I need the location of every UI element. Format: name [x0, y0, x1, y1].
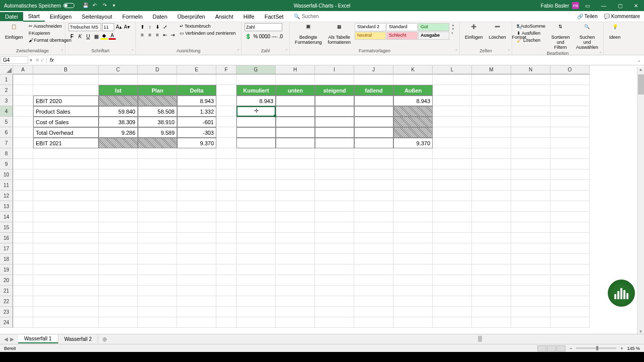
cell-D24[interactable] — [138, 317, 177, 328]
cell-M5[interactable] — [472, 117, 511, 127]
cell-B8[interactable] — [33, 148, 99, 159]
cell-G7[interactable] — [236, 138, 276, 148]
cell-M9[interactable] — [472, 159, 511, 169]
cell-F12[interactable] — [216, 191, 236, 201]
cell-H10[interactable] — [276, 169, 315, 180]
cell-G3[interactable]: 8.943 — [236, 96, 276, 106]
cell-N21[interactable] — [511, 286, 550, 296]
cell-J24[interactable] — [354, 317, 393, 328]
undo-icon[interactable]: ↶ — [93, 3, 99, 9]
cell-M14[interactable] — [472, 212, 511, 222]
cell-K8[interactable] — [393, 148, 433, 159]
cell-styles-gallery[interactable]: Standard 2 Standard Gut Neutral Schlecht… — [355, 23, 449, 40]
cell-H7[interactable] — [276, 138, 315, 148]
cell-D3[interactable] — [138, 96, 177, 106]
cell-K20[interactable] — [393, 275, 433, 286]
cell-K6[interactable] — [393, 127, 433, 138]
cell-L18[interactable] — [433, 254, 472, 264]
row-header-19[interactable]: 19 — [0, 264, 13, 275]
col-header-N[interactable]: N — [511, 65, 550, 74]
formula-input[interactable] — [57, 55, 634, 65]
cell-D22[interactable] — [138, 296, 177, 307]
cell-O23[interactable] — [550, 307, 590, 317]
cell-K13[interactable] — [393, 201, 433, 212]
cell-F1[interactable] — [216, 74, 236, 85]
cell-N8[interactable] — [511, 148, 550, 159]
col-header-G[interactable]: G — [236, 65, 276, 74]
cell-O9[interactable] — [550, 159, 590, 169]
border-button[interactable]: ▦ — [93, 33, 100, 40]
cell-N12[interactable] — [511, 191, 550, 201]
indent-less-icon[interactable]: ⇤ — [162, 31, 169, 38]
cell-E19[interactable] — [177, 264, 216, 275]
cell-I16[interactable] — [315, 233, 354, 243]
cell-F15[interactable] — [216, 222, 236, 233]
cell-F4[interactable] — [216, 106, 236, 117]
cell-E15[interactable] — [177, 222, 216, 233]
cell-A8[interactable] — [13, 148, 33, 159]
menu-ueberpruefen[interactable]: Überprüfen — [173, 12, 210, 21]
cell-M12[interactable] — [472, 191, 511, 201]
cell-L14[interactable] — [433, 212, 472, 222]
cell-E9[interactable] — [177, 159, 216, 169]
cell-K18[interactable] — [393, 254, 433, 264]
cell-D5[interactable]: 38.910 — [138, 117, 177, 127]
cell-L21[interactable] — [433, 286, 472, 296]
cell-D19[interactable] — [138, 264, 177, 275]
cell-C10[interactable] — [99, 169, 138, 180]
cell-D10[interactable] — [138, 169, 177, 180]
cell-B2[interactable] — [33, 85, 99, 96]
cell-G14[interactable] — [236, 212, 276, 222]
cell-G20[interactable] — [236, 275, 276, 286]
cell-J15[interactable] — [354, 222, 393, 233]
cell-C14[interactable] — [99, 212, 138, 222]
sheet-tab-1[interactable]: Wasserfall 1 — [18, 335, 58, 343]
cell-H2[interactable]: unten — [276, 85, 315, 96]
fill-button[interactable]: ⬇Ausfüllen — [515, 30, 547, 36]
cell-A1[interactable] — [13, 74, 33, 85]
cell-A16[interactable] — [13, 233, 33, 243]
cell-A19[interactable] — [13, 264, 33, 275]
spreadsheet-grid[interactable]: ABCDEFGHIJKLMNO 123456789101112131415161… — [0, 65, 644, 328]
cell-F2[interactable] — [216, 85, 236, 96]
cell-G24[interactable] — [236, 317, 276, 328]
cell-I11[interactable] — [315, 180, 354, 191]
style-gut[interactable]: Gut — [418, 23, 449, 31]
font-family-select[interactable] — [68, 23, 101, 31]
cell-F20[interactable] — [216, 275, 236, 286]
scrollbar-thumb[interactable] — [638, 74, 644, 95]
cell-G23[interactable] — [236, 307, 276, 317]
row-header-7[interactable]: 7 — [0, 138, 13, 148]
cell-M23[interactable] — [472, 307, 511, 317]
menu-einfuegen[interactable]: Einfügen — [45, 12, 76, 21]
cell-H17[interactable] — [276, 243, 315, 254]
cell-K1[interactable] — [393, 74, 433, 85]
cell-I9[interactable] — [315, 159, 354, 169]
cell-B19[interactable] — [33, 264, 99, 275]
dec-decimal-icon[interactable]: ←.0 — [275, 33, 282, 40]
cell-A5[interactable] — [13, 117, 33, 127]
font-size-select[interactable] — [102, 23, 114, 31]
cell-F5[interactable] — [216, 117, 236, 127]
conditional-format-button[interactable]: 🔳 Bedingte Formatierung — [293, 23, 324, 46]
row-header-1[interactable]: 1 — [0, 74, 13, 85]
cell-L22[interactable] — [433, 296, 472, 307]
cell-K24[interactable] — [393, 317, 433, 328]
cell-B15[interactable] — [33, 222, 99, 233]
cell-E7[interactable]: 9.370 — [177, 138, 216, 148]
col-header-O[interactable]: O — [550, 65, 590, 74]
cell-M15[interactable] — [472, 222, 511, 233]
cell-A14[interactable] — [13, 212, 33, 222]
cell-B9[interactable] — [33, 159, 99, 169]
cell-L7[interactable] — [433, 138, 472, 148]
zoom-slider[interactable] — [576, 347, 616, 349]
cell-G21[interactable] — [236, 286, 276, 296]
cell-I4[interactable] — [315, 106, 354, 117]
cell-C23[interactable] — [99, 307, 138, 317]
cell-C3[interactable] — [99, 96, 138, 106]
cell-B14[interactable] — [33, 212, 99, 222]
cell-B10[interactable] — [33, 169, 99, 180]
row-header-13[interactable]: 13 — [0, 201, 13, 212]
cell-J23[interactable] — [354, 307, 393, 317]
row-header-10[interactable]: 10 — [0, 169, 13, 180]
